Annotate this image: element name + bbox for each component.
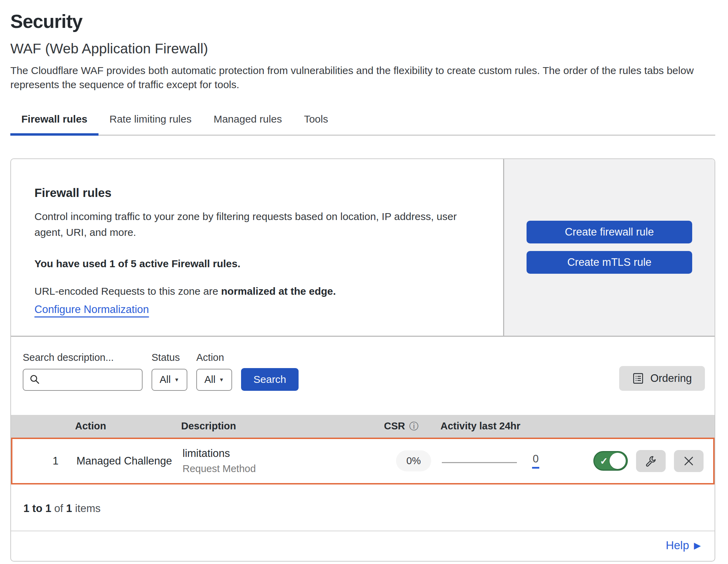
wrench-icon [644,455,657,468]
search-field-wrap [23,369,143,391]
rule-enabled-toggle[interactable]: ✓ [593,451,628,471]
normalization-note: URL-encoded Requests to this zone are no… [34,285,489,297]
pagination-summary: 1 to 1 of 1 items [11,484,715,531]
list-ordering-icon [632,373,644,384]
status-select[interactable]: All ▼ [152,369,187,391]
rules-tab-bar: Firewall rules Rate limiting rules Manag… [10,108,715,136]
search-label: Search description... [23,352,143,363]
csr-badge: 0% [396,450,431,471]
toggle-knob [610,453,626,469]
action-label: Action [196,352,232,363]
help-link-label: Help [666,539,689,552]
create-mtls-rule-button[interactable]: Create mTLS rule [527,251,692,274]
activity-sparkline [442,462,517,463]
tab-rate-limiting-rules[interactable]: Rate limiting rules [98,108,202,136]
edit-rule-button[interactable] [636,450,666,472]
search-button[interactable]: Search [241,368,299,391]
page-subtitle: WAF (Web Application Firewall) [10,41,718,57]
check-icon: ✓ [600,456,608,467]
delete-rule-button[interactable] [674,450,704,472]
ordering-button-label: Ordering [650,372,692,385]
action-select-value: All [204,374,215,385]
page-description: The Cloudflare WAF provides both automat… [10,64,716,92]
table-header: Action Description CSR ⓘ Activity last 2… [11,415,715,438]
configure-normalization-link[interactable]: Configure Normalization [34,303,149,316]
rule-controls: ✓ [570,450,713,472]
rule-description: limitations [183,447,385,460]
help-link[interactable]: Help ▶ [666,539,701,552]
rule-description-cell: limitations Request Method [183,447,385,474]
filter-bar: Search description... Status All ▼ Actio… [11,337,715,415]
tab-tools[interactable]: Tools [293,108,339,136]
column-header-csr: CSR ⓘ [384,420,440,432]
tab-managed-rules[interactable]: Managed rules [202,108,293,136]
column-header-action: Action [75,420,181,432]
rule-expression-summary: Request Method [183,463,385,474]
search-icon [30,374,40,385]
page-title: Security [10,10,718,32]
security-waf-page: Security WAF (Web Application Firewall) … [0,0,728,562]
rule-csr-cell: 0% [385,450,442,471]
tab-firewall-rules[interactable]: Firewall rules [10,108,98,136]
chevron-down-icon: ▼ [219,377,224,383]
ordering-button[interactable]: Ordering [619,366,705,391]
normalization-prefix: URL-encoded Requests to this zone are [34,285,221,297]
arrow-right-icon: ▶ [694,541,701,550]
normalization-bold: normalized at the edge. [221,285,336,297]
rule-priority: 1 [12,455,76,467]
rule-activity-cell: 0 [442,453,570,469]
usage-summary: You have used 1 of 5 active Firewall rul… [34,258,489,270]
status-select-value: All [159,374,170,385]
action-select[interactable]: All ▼ [196,369,232,391]
close-icon [683,455,695,467]
status-label: Status [152,352,187,363]
firewall-rules-info: Firewall rules Control incoming traffic … [11,159,503,336]
card-side-panel: Create firewall rule Create mTLS rule [503,159,715,336]
card-top-section: Firewall rules Control incoming traffic … [11,159,715,337]
table-row: 1 Managed Challenge limitations Request … [11,438,715,484]
rule-action: Managed Challenge [76,455,183,467]
search-input[interactable] [23,369,143,391]
create-firewall-rule-button[interactable]: Create firewall rule [527,221,692,243]
firewall-rules-card: Firewall rules Control incoming traffic … [10,158,715,562]
card-blurb: Control incoming traffic to your zone by… [34,209,482,241]
card-heading: Firewall rules [34,186,489,200]
help-row: Help ▶ [11,531,715,561]
column-header-activity: Activity last 24hr [440,420,569,432]
column-header-description: Description [181,420,384,432]
chevron-down-icon: ▼ [174,377,179,383]
info-icon[interactable]: ⓘ [409,420,418,432]
activity-count-link[interactable]: 0 [532,453,539,469]
